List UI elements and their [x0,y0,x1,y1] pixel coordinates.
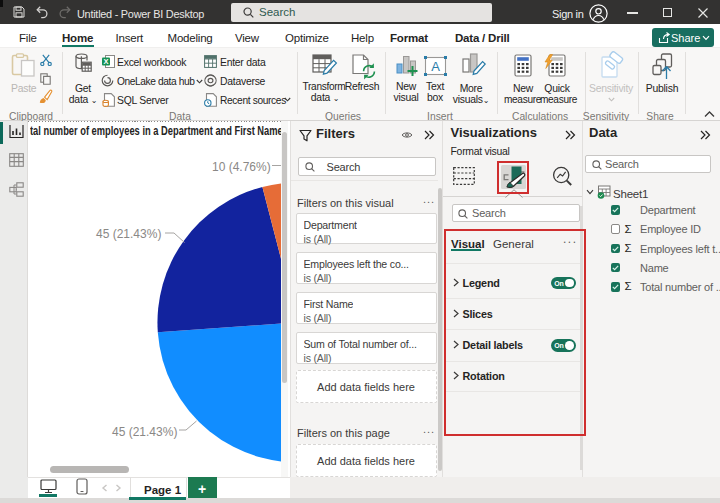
svg-text:A: A [431,59,440,74]
svg-text:X: X [103,57,108,66]
